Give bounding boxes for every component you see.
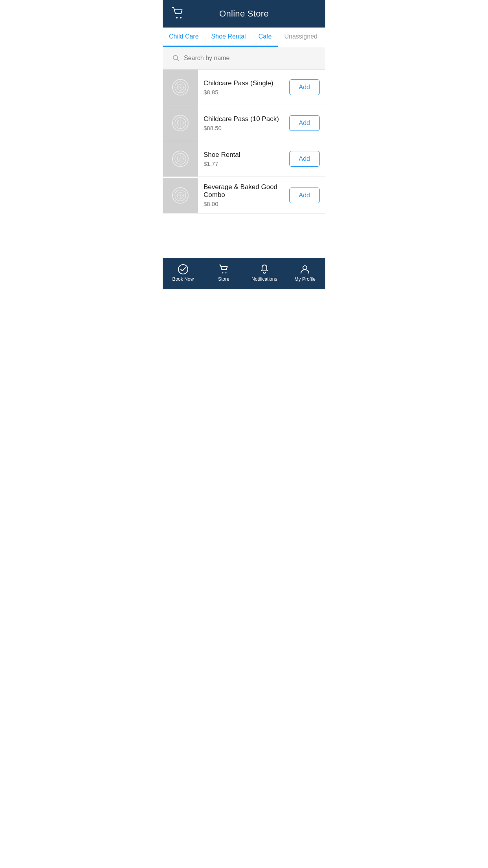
nav-label-my-profile: My Profile bbox=[295, 276, 316, 282]
product-image-2 bbox=[163, 105, 198, 141]
nav-item-store[interactable]: Store bbox=[204, 258, 244, 289]
list-item: Childcare Pass (10 Pack) $88.50 Add bbox=[163, 105, 325, 141]
product-info-2: Childcare Pass (10 Pack) $88.50 bbox=[198, 109, 289, 138]
bell-icon bbox=[259, 264, 270, 275]
add-button-3[interactable]: Add bbox=[289, 151, 320, 167]
list-item: Childcare Pass (Single) $8.85 Add bbox=[163, 70, 325, 105]
product-price-1: $8.85 bbox=[204, 89, 284, 96]
search-input[interactable] bbox=[184, 55, 316, 62]
product-list: Childcare Pass (Single) $8.85 Add Childc… bbox=[163, 70, 325, 258]
search-icon bbox=[172, 54, 180, 62]
add-button-1[interactable]: Add bbox=[289, 79, 320, 95]
product-image-1 bbox=[163, 70, 198, 105]
search-bar bbox=[163, 47, 325, 70]
product-name-1: Childcare Pass (Single) bbox=[204, 79, 284, 87]
list-item: Shoe Rental $1.77 Add bbox=[163, 141, 325, 177]
product-name-3: Shoe Rental bbox=[204, 151, 284, 159]
svg-point-0 bbox=[176, 17, 178, 18]
product-price-2: $88.50 bbox=[204, 125, 284, 131]
cart-nav-icon bbox=[218, 264, 229, 275]
add-button-2[interactable]: Add bbox=[289, 115, 320, 131]
tab-cafe[interactable]: Cafe bbox=[252, 28, 278, 47]
person-icon bbox=[299, 264, 310, 275]
product-info-4: Beverage & Baked Good Combo $8.00 bbox=[198, 177, 289, 213]
bottom-navigation: Book Now Store Notifications My Profile bbox=[163, 258, 325, 289]
svg-point-1 bbox=[180, 17, 182, 18]
nav-item-notifications[interactable]: Notifications bbox=[244, 258, 285, 289]
tab-unassigned[interactable]: Unassigned bbox=[278, 28, 324, 47]
tabs-bar: Child Care Shoe Rental Cafe Unassigned bbox=[163, 28, 325, 47]
nav-item-book-now[interactable]: Book Now bbox=[163, 258, 204, 289]
svg-point-18 bbox=[303, 266, 307, 270]
tab-child-care[interactable]: Child Care bbox=[163, 28, 205, 47]
tab-shoe-rental[interactable]: Shoe Rental bbox=[205, 28, 252, 47]
nav-item-my-profile[interactable]: My Profile bbox=[285, 258, 326, 289]
svg-point-16 bbox=[222, 272, 224, 274]
product-info-3: Shoe Rental $1.77 bbox=[198, 145, 289, 173]
product-price-3: $1.77 bbox=[204, 160, 284, 167]
nav-label-store: Store bbox=[218, 276, 229, 282]
svg-point-2 bbox=[173, 55, 178, 60]
svg-point-15 bbox=[178, 265, 188, 274]
list-item: Beverage & Baked Good Combo $8.00 Add bbox=[163, 177, 325, 214]
page-title: Online Store bbox=[219, 9, 269, 19]
add-button-4[interactable]: Add bbox=[289, 188, 320, 203]
check-circle-icon bbox=[178, 264, 189, 275]
svg-point-17 bbox=[226, 272, 227, 274]
nav-label-notifications: Notifications bbox=[251, 276, 277, 282]
product-name-4: Beverage & Baked Good Combo bbox=[204, 183, 284, 199]
product-price-4: $8.00 bbox=[204, 200, 284, 207]
header: Online Store bbox=[163, 0, 325, 28]
product-info-1: Childcare Pass (Single) $8.85 bbox=[198, 73, 289, 102]
product-name-2: Childcare Pass (10 Pack) bbox=[204, 115, 284, 123]
nav-label-book-now: Book Now bbox=[172, 276, 194, 282]
product-image-3 bbox=[163, 141, 198, 177]
product-image-4 bbox=[163, 178, 198, 213]
cart-icon[interactable] bbox=[171, 6, 185, 22]
